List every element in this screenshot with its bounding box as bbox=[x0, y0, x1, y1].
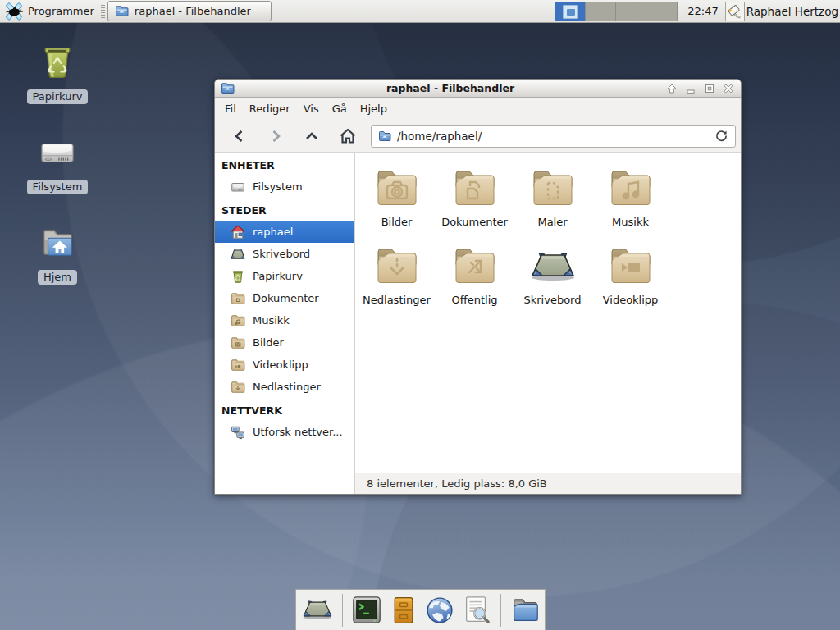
location-path[interactable]: /home/raphael/ bbox=[397, 130, 706, 143]
desktop-icon-filesystem[interactable]: Filsystem bbox=[12, 133, 103, 194]
dock-web-browser-button[interactable] bbox=[425, 593, 454, 628]
file-item-musikk[interactable]: Musikk bbox=[591, 162, 669, 240]
file-manager-icon bbox=[509, 595, 541, 626]
applications-menu-button[interactable]: Programmer bbox=[0, 0, 100, 23]
dock-file-cabinet-button[interactable] bbox=[389, 593, 418, 628]
menu-ga[interactable]: Gå bbox=[326, 99, 354, 118]
workspace-1[interactable] bbox=[555, 2, 586, 21]
folder-icon bbox=[115, 4, 129, 18]
menu-hjelp[interactable]: Hjelp bbox=[354, 99, 394, 118]
sidebar-item-network[interactable]: Utforsk nettver... bbox=[215, 421, 354, 443]
home-button[interactable] bbox=[330, 123, 366, 149]
folder-videos-icon bbox=[608, 240, 654, 288]
desktop-icon bbox=[230, 246, 245, 262]
menu-fil[interactable]: Fil bbox=[218, 99, 243, 118]
menubar: Fil Rediger Vis Gå Hjelp bbox=[215, 98, 741, 120]
file-item-skrivebord[interactable]: Skrivebord bbox=[514, 240, 591, 318]
sidebar-item-skrivebord[interactable]: Skrivebord bbox=[215, 243, 354, 265]
minimize-button[interactable] bbox=[685, 83, 696, 94]
folder-downloads-icon bbox=[374, 240, 420, 288]
location-bar[interactable]: /home/raphael/ bbox=[371, 125, 736, 148]
sidebar-item-videoklipp[interactable]: Videoklipp bbox=[215, 354, 354, 376]
desktop-icon-label: Hjem bbox=[38, 270, 77, 285]
search-icon bbox=[461, 595, 492, 626]
trash-icon bbox=[39, 43, 76, 82]
close-button[interactable] bbox=[723, 83, 734, 94]
file-view[interactable]: Bilder Dokumenter Maler Musikk bbox=[355, 153, 741, 472]
file-item-maler[interactable]: Maler bbox=[514, 162, 591, 240]
menu-vis[interactable]: Vis bbox=[297, 99, 326, 118]
show-desktop-icon bbox=[301, 599, 334, 621]
dock-file-manager-button[interactable] bbox=[509, 593, 541, 628]
dock-show-desktop-button[interactable] bbox=[301, 593, 334, 628]
sidebar-item-bilder[interactable]: Bilder bbox=[215, 331, 354, 354]
forward-button[interactable] bbox=[258, 123, 294, 149]
toolbar: /home/raphael/ bbox=[215, 120, 741, 153]
folder-icon bbox=[378, 130, 391, 143]
sidebar-item-nedlastinger[interactable]: Nedlastinger bbox=[215, 376, 354, 398]
file-item-nedlastinger[interactable]: Nedlastinger bbox=[358, 240, 436, 318]
dock-search-button[interactable] bbox=[461, 593, 492, 628]
folder-music-icon bbox=[608, 162, 654, 210]
sidebar-item-raphael[interactable]: raphael bbox=[215, 221, 354, 243]
sidebar-header-network: NETTVERK bbox=[215, 398, 354, 421]
folder-documents-icon bbox=[452, 162, 498, 210]
session-button[interactable] bbox=[725, 2, 745, 21]
dock-terminal-button[interactable] bbox=[351, 593, 382, 628]
user-name[interactable]: Raphael Hertzog bbox=[746, 5, 838, 18]
home-icon bbox=[230, 224, 245, 240]
desktop-icon-label: Filsystem bbox=[27, 180, 89, 194]
sidebar-item-papirkurv[interactable]: Papirkurv bbox=[215, 265, 354, 287]
back-button[interactable] bbox=[221, 123, 258, 149]
folder-videos-icon bbox=[230, 357, 245, 372]
bottom-dock bbox=[295, 589, 546, 630]
workspace-4[interactable] bbox=[646, 2, 677, 21]
applications-menu-label: Programmer bbox=[28, 5, 94, 17]
desktop-icon-home[interactable]: Hjem bbox=[12, 223, 103, 285]
folder-templates-icon bbox=[530, 162, 576, 210]
up-button[interactable] bbox=[294, 123, 330, 149]
file-item-offentlig[interactable]: Offentlig bbox=[436, 240, 514, 318]
shade-button[interactable] bbox=[666, 83, 678, 94]
network-icon bbox=[230, 424, 245, 440]
top-panel: Programmer raphael - Filbehandler 22:47 … bbox=[0, 0, 840, 23]
reload-button[interactable] bbox=[712, 127, 730, 145]
sidebar-item-filsystem[interactable]: Filsystem bbox=[215, 176, 354, 198]
workspace-switcher bbox=[555, 2, 678, 21]
folder-pictures-icon bbox=[374, 162, 420, 210]
sidebar: ENHETER Filsystem STEDER raphael Skriveb… bbox=[215, 153, 355, 494]
workspace-2[interactable] bbox=[586, 2, 616, 21]
folder-documents-icon bbox=[230, 290, 245, 306]
menu-rediger[interactable]: Rediger bbox=[243, 99, 297, 118]
sidebar-header-devices: ENHETER bbox=[215, 153, 354, 176]
terminal-icon bbox=[351, 595, 382, 626]
desktop-icon bbox=[528, 240, 578, 288]
globe-icon bbox=[425, 596, 454, 625]
taskbar-window-label: raphael - Filbehandler bbox=[135, 5, 251, 17]
clock[interactable]: 22:47 bbox=[687, 5, 718, 17]
desktop-icon-label: Papirkurv bbox=[27, 89, 89, 104]
file-cabinet-icon bbox=[389, 596, 418, 625]
taskbar-window-button[interactable]: raphael - Filbehandler bbox=[107, 1, 272, 21]
drive-icon bbox=[230, 179, 245, 194]
dock-separator bbox=[342, 594, 343, 627]
workspace-3[interactable] bbox=[616, 2, 646, 21]
file-item-bilder[interactable]: Bilder bbox=[358, 162, 436, 240]
desktop-icon-trash[interactable]: Papirkurv bbox=[12, 43, 103, 104]
file-item-videoklipp[interactable]: Videoklipp bbox=[591, 240, 669, 318]
sidebar-item-musikk[interactable]: Musikk bbox=[215, 309, 354, 331]
sidebar-header-places: STEDER bbox=[215, 198, 354, 221]
home-folder-icon bbox=[39, 223, 76, 262]
titlebar[interactable]: raphael - Filbehandler bbox=[215, 80, 741, 98]
maximize-button[interactable] bbox=[704, 83, 715, 94]
trash-icon bbox=[230, 268, 245, 284]
sidebar-item-dokumenter[interactable]: Dokumenter bbox=[215, 287, 354, 309]
drive-icon bbox=[39, 133, 76, 172]
folder-downloads-icon bbox=[230, 379, 245, 395]
workspace-window-preview bbox=[563, 5, 578, 19]
file-manager-window: raphael - Filbehandler Fil Rediger Vis G… bbox=[214, 79, 742, 495]
window-title: raphael - Filbehandler bbox=[235, 82, 666, 94]
file-item-dokumenter[interactable]: Dokumenter bbox=[436, 162, 514, 240]
statusbar-text: 8 ielementer, Ledig plass: 8,0 GiB bbox=[367, 477, 547, 490]
window-icon bbox=[221, 81, 235, 95]
